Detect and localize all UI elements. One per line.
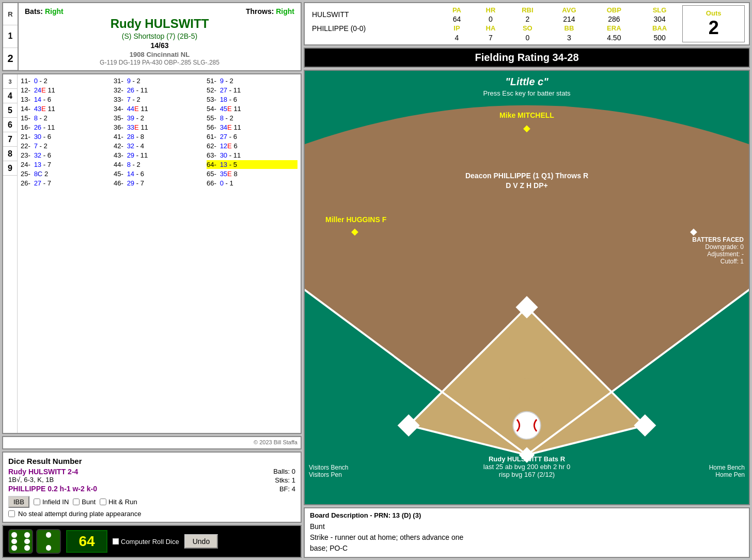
bb-value: 3 — [547, 33, 591, 42]
bunt-checkbox[interactable] — [73, 499, 80, 505]
roll-row-31: 31- 9 - 2 — [114, 76, 205, 85]
hit-run-checkbox[interactable] — [100, 499, 106, 505]
balls-value: 0 — [292, 468, 295, 475]
batter-name-field: Rudy HULSWITT Bats R last 25 ab bvg 200 … — [483, 455, 570, 478]
hit-run-checkbox-label: Hit & Run — [100, 498, 137, 506]
roll-number: 64 — [66, 530, 107, 553]
roll-row-56: 56- 34E 11 — [207, 123, 297, 132]
row-label-9: 9 — [3, 161, 17, 176]
row-label-3: 3 — [3, 74, 17, 89]
stks-label: Stks: — [275, 476, 292, 484]
no-steal-label: No steal attempt during plate appearance — [18, 510, 142, 518]
adjustment-value: Adjustment: - — [692, 251, 744, 258]
dot — [18, 532, 24, 538]
dot — [39, 545, 45, 551]
dice-result-panel: Dice Result Number Rudy HULSWITT 2-4 1B√… — [2, 452, 302, 523]
outs-label: Outs — [689, 9, 738, 17]
roll-row-43: 43- 29 - 11 — [114, 151, 205, 160]
dot — [11, 532, 17, 538]
roll-row-46: 46- 29 - 7 — [114, 179, 205, 188]
throws-value: Right — [276, 7, 294, 15]
player-team: 1908 Cincinnati NL — [25, 51, 294, 58]
baa-header: BAA — [637, 24, 683, 33]
ip-value: 4 — [441, 33, 474, 42]
roll-row-35: 35- 39 - 2 — [114, 114, 205, 122]
player-stats-line: G-119 DG-119 PA-430 OBP-.285 SLG-.285 — [25, 59, 294, 66]
batters-faced-label: BATTERS FACED — [692, 236, 744, 243]
so-value: 0 — [508, 33, 547, 42]
roll-row-52: 52- 27 - 11 — [207, 86, 297, 95]
center-fielder-marker: ◆ — [523, 122, 530, 134]
dot — [39, 532, 45, 538]
copyright: © 2023 Bill Staffa — [254, 439, 297, 445]
roll-row-13: 13- 14 - 6 — [21, 95, 112, 104]
field-quote: "Little c" — [505, 76, 548, 88]
roll-row-41: 41- 28 - 8 — [114, 132, 205, 141]
batter-name-cell: HULSWITT — [309, 6, 441, 24]
row-label-5: 5 — [3, 103, 17, 118]
board-line3: base; PO-C — [310, 543, 744, 554]
stats-header: HULSWITT PA HR RBI AVG OBP SLG Outs 2 64 — [304, 2, 750, 45]
infield-in-label: Infield IN — [42, 498, 69, 506]
ha-value: 7 — [473, 33, 508, 42]
outs-value: 2 — [689, 17, 738, 39]
dice-display — [8, 529, 61, 554]
pitcher-name-cell: PHILLIPPE (0-0) — [309, 24, 441, 33]
roll-row-26: 26- 27 - 7 — [21, 179, 112, 188]
right-fielder-marker: ◆ — [690, 226, 697, 237]
pitcher-name-field: Deacon PHILLIPPE (1 Q1) Throws R — [465, 172, 588, 180]
board-description: Board Description - PRN: 13 (D) (3) Bunt… — [304, 507, 750, 558]
rbi-header: RBI — [508, 6, 547, 14]
balls-info: Balls: 0 Stks: 1 BF: 4 — [273, 468, 295, 494]
left-fielder-label: Miller HUGGINS F — [325, 215, 386, 224]
dice-roller: 64 ✓ Computer Roll Dice Undo — [2, 525, 302, 558]
roll-row-25: 25- 8C 2 — [21, 169, 112, 178]
visitors-bench-label: Visitors Bench — [309, 464, 348, 471]
bats-value: Right — [45, 7, 64, 15]
bunt-label: Bunt — [82, 498, 96, 506]
roll-row-45: 45- 14 - 6 — [114, 169, 205, 178]
row-label-1: 1 — [3, 25, 18, 48]
roll-row-22: 22- 7 - 2 — [21, 142, 112, 150]
svg-point-2 — [509, 378, 545, 414]
roll-row-36: 36- 33E 11 — [114, 123, 205, 132]
dice-result-title: Dice Result Number — [8, 457, 295, 465]
infield-in-checkbox[interactable] — [34, 499, 40, 505]
so-header: SO — [508, 24, 547, 33]
pa-value: 64 — [441, 14, 474, 24]
row-label-6: 6 — [3, 118, 17, 132]
roll-row-16: 16- 26 - 11 — [21, 123, 112, 132]
stks-value: 1 — [292, 476, 295, 484]
roll-row-53: 53- 18 - 6 — [207, 95, 297, 104]
no-steal-checkbox[interactable] — [8, 510, 15, 517]
board-desc-content: Bunt Strike - runner out at home; others… — [310, 521, 744, 554]
row-label-empty — [3, 176, 17, 433]
batter-risp-label: risp bvg 167 (2/12) — [483, 471, 570, 478]
obp-value: 286 — [591, 14, 637, 24]
roll-row-21: 21- 30 - 6 — [21, 132, 112, 141]
roll-row-33: 33- 7 - 2 — [114, 95, 205, 104]
dot — [46, 539, 52, 545]
dot — [52, 545, 58, 551]
bats-throws: Bats: Right Throws: Right — [25, 7, 294, 15]
undo-button[interactable]: Undo — [184, 534, 218, 549]
roll-row-61: 61- 27 - 6 — [207, 132, 297, 141]
roll-column-2: 31- 9 - 2 32- 26 - 11 33- 7 - 2 34- 44E … — [114, 76, 205, 431]
visitors-pen-label: Visitors Pen — [309, 471, 348, 478]
roll-row-55: 55- 8 - 2 — [207, 114, 297, 122]
dot — [24, 532, 30, 538]
dot — [39, 539, 45, 545]
die-2 — [36, 529, 61, 554]
row-label-7: 7 — [3, 132, 17, 147]
pa-header: PA — [441, 6, 474, 14]
board-line1: Bunt — [310, 521, 744, 532]
home-pen-label: Home Pen — [709, 471, 745, 478]
roll-row-66: 66- 0 - 1 — [207, 179, 297, 188]
field-esc-text: Press Esc key for batter stats — [483, 89, 570, 97]
roll-column-3: 51- 9 - 2 52- 27 - 11 53- 18 - 6 54- 45E… — [207, 76, 297, 431]
board-desc-title: Board Description - PRN: 13 (D) (3) — [310, 511, 744, 519]
ibb-button[interactable]: IBB — [8, 496, 29, 508]
roll-row-32: 32- 26 - 11 — [114, 86, 205, 95]
slg-header: SLG — [637, 6, 683, 14]
bb-header: BB — [547, 24, 591, 33]
